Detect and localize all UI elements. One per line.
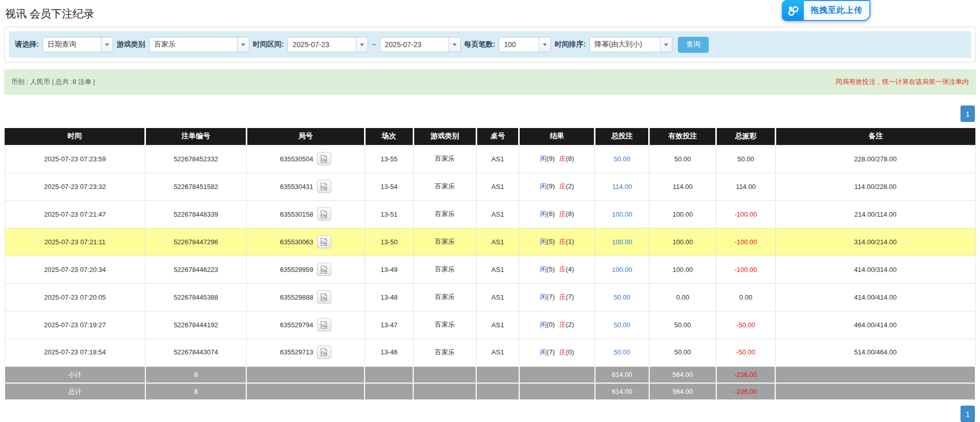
page-size-select[interactable]: 100: [499, 37, 551, 52]
cell-table-no: AS1: [476, 228, 519, 256]
cell-valid-bet: 50.00: [649, 145, 716, 173]
summary-empty-cell: [365, 366, 413, 383]
cell-result: 闲(9) 庄(2): [519, 173, 595, 200]
video-replay-button[interactable]: [317, 346, 331, 359]
header-payout: 总派彩: [716, 128, 776, 145]
round-number: 635529888: [280, 293, 313, 301]
total-bet-link[interactable]: 114.00: [612, 183, 632, 191]
video-replay-button[interactable]: [317, 318, 331, 331]
chevron-down-icon[interactable]: [101, 37, 113, 52]
search-button[interactable]: 查询: [678, 37, 709, 53]
round-number: 635529713: [280, 348, 313, 356]
chevron-down-icon[interactable]: [449, 37, 460, 52]
video-replay-button[interactable]: [317, 152, 331, 165]
result-xian-label: 闲: [540, 182, 547, 190]
video-replay-button[interactable]: [317, 290, 331, 304]
chevron-down-icon[interactable]: [356, 37, 368, 52]
total-bet-link[interactable]: 100.00: [612, 210, 632, 218]
total-bet-link[interactable]: 50.00: [614, 321, 631, 329]
cell-session: 13-54: [365, 173, 413, 200]
cell-round: 635530063: [246, 228, 365, 256]
total-bet-link[interactable]: 50.00: [614, 155, 631, 163]
upload-label-box: 拖拽至此上传: [804, 0, 870, 21]
date-from-value: 2025-07-23: [288, 37, 356, 52]
cell-valid-bet: 114.00: [649, 173, 716, 200]
chevron-down-icon[interactable]: [539, 37, 550, 52]
header-round: 局号: [246, 128, 365, 145]
result-zhuang-value: (0): [566, 348, 574, 356]
cell-table-no: AS1: [476, 200, 519, 228]
cell-time: 2025-07-23 07:21:11: [5, 228, 145, 256]
upload-label: 拖拽至此上传: [811, 5, 863, 16]
drag-upload-widget[interactable]: 拖拽至此上传: [782, 0, 870, 21]
total-row: 总计 8 614.00 564.00 -236.00: [5, 383, 975, 400]
cell-time: 2025-07-23 07:19:27: [5, 311, 145, 339]
header-session: 场次: [365, 128, 413, 145]
table-row: 2025-07-23 07:23:59 522678452332 6355305…: [5, 145, 975, 173]
date-to-value: 2025-07-23: [380, 37, 449, 52]
result-xian-value: (6): [547, 210, 555, 218]
page-size-value: 100: [499, 37, 539, 52]
result-zhuang-value: (8): [566, 155, 574, 162]
cell-payout: -100.00: [716, 228, 776, 256]
result-zhuang-label: 庄: [559, 155, 566, 162]
round-number: 635530431: [280, 183, 313, 191]
total-bet-link[interactable]: 50.00: [614, 293, 631, 301]
result-xian-label: 闲: [540, 210, 547, 218]
cell-remark: 114.00/228.00: [775, 173, 975, 200]
result-xian-label: 闲: [540, 293, 547, 301]
subtotal-valid-bet: 564.00: [649, 366, 716, 383]
cell-remark: 314.00/214.00: [775, 228, 975, 256]
cell-session: 13-47: [365, 311, 413, 339]
cell-round: 635530504: [246, 145, 365, 173]
cell-bet-id: 522678446223: [145, 256, 246, 283]
result-xian-value: (9): [547, 182, 555, 190]
round-number: 635530063: [280, 238, 313, 246]
cell-table-no: AS1: [476, 256, 519, 283]
pagination-top: 1: [4, 106, 975, 122]
chevron-down-icon[interactable]: [660, 37, 672, 52]
subtotal-row: 小计 8 614.00 564.00 -236.00: [5, 366, 975, 383]
date-from-picker[interactable]: 2025-07-23: [287, 37, 368, 52]
total-bet-link[interactable]: 100.00: [612, 266, 632, 273]
netdisk-icon: [782, 0, 804, 21]
info-bar: 币别 : 人民币 | 总共 :8 注单 | 同局有效投注，统一计算在该局第一张注…: [4, 69, 976, 95]
cell-result: 闲(0) 庄(2): [519, 311, 595, 339]
date-to-picker[interactable]: 2025-07-23: [380, 37, 461, 52]
result-xian-label: 闲: [540, 321, 547, 328]
result-xian-label: 闲: [540, 238, 547, 245]
cell-game-type: 百家乐: [413, 200, 476, 228]
result-xian-label: 闲: [540, 265, 547, 273]
table-header-row: 时间 注单编号 局号 场次 游戏类别 桌号 结果 总投注 有效投注 总派彩 备注: [5, 128, 975, 145]
cell-result: 闲(7) 庄(7): [519, 283, 595, 311]
video-replay-button[interactable]: [317, 235, 331, 248]
pagination-bottom: 1: [4, 406, 975, 422]
cell-round: 635529888: [246, 283, 365, 311]
cell-total-bet: 100.00: [595, 256, 649, 283]
cell-payout: 0.00: [716, 283, 776, 311]
result-xian-value: (7): [547, 348, 555, 356]
total-bet-link[interactable]: 100.00: [612, 238, 632, 246]
cell-total-bet: 50.00: [595, 145, 649, 173]
result-zhuang-label: 庄: [559, 321, 566, 328]
cell-table-no: AS1: [476, 283, 519, 311]
total-bet-link[interactable]: 50.00: [614, 348, 631, 356]
video-replay-button[interactable]: [317, 207, 331, 221]
cell-round: 635529959: [246, 256, 365, 283]
chevron-down-icon[interactable]: [237, 37, 249, 52]
table-row: 2025-07-23 07:21:11 522678447296 6355300…: [5, 228, 975, 256]
video-replay-button[interactable]: [317, 263, 331, 276]
game-type-select[interactable]: 百家乐: [149, 37, 249, 52]
round-number: 635529959: [280, 266, 313, 273]
header-result: 结果: [519, 128, 595, 145]
cell-remark: 414.00/314.00: [775, 256, 975, 283]
sort-order-select[interactable]: 降幂(由大到小): [589, 37, 672, 52]
cell-table-no: AS1: [476, 145, 519, 173]
cell-remark: 464.00/414.00: [775, 311, 975, 339]
table-body: 2025-07-23 07:23:59 522678452332 6355305…: [5, 145, 975, 366]
page-button-1[interactable]: 1: [961, 406, 975, 422]
video-replay-button[interactable]: [317, 180, 331, 193]
page-button-1[interactable]: 1: [961, 106, 975, 122]
query-type-select[interactable]: 日期查询: [42, 37, 113, 52]
cell-total-bet: 114.00: [595, 173, 649, 200]
